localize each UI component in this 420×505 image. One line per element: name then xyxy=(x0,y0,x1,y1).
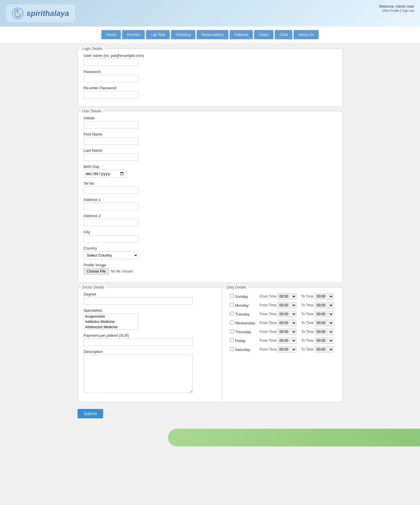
user-legend: User Details xyxy=(81,109,103,113)
file-name-display: No file chosen xyxy=(111,269,133,273)
main-content: Login Details User name (ex: pat@example… xyxy=(75,49,346,423)
tuesday-checkbox[interactable] xyxy=(230,312,234,316)
daily-schedule-table: Sunday From Time00:0001:0002:00 To Time0… xyxy=(228,292,337,354)
tuesday-label: Tuesday xyxy=(235,312,250,316)
username-input[interactable] xyxy=(84,59,138,66)
nav-aboutus[interactable]: About Us xyxy=(294,30,319,39)
doctor-details-section: Doctor Details Degree Specialties Acupun… xyxy=(78,288,222,402)
from-time-label-thursday: From Time xyxy=(260,330,276,334)
saturday-label: Saturday xyxy=(235,347,251,352)
specialties-listbox[interactable]: Acupuncture Addiction Medicine Adolescen… xyxy=(84,313,138,330)
saturday-from-time[interactable]: 00:0001:0002:00 xyxy=(277,346,297,353)
telno-label: Tel No xyxy=(84,181,337,186)
nav-users[interactable]: Users xyxy=(254,30,274,39)
view-profile-link[interactable]: View Profile xyxy=(382,9,399,12)
sunday-to-time[interactable]: 00:0001:0002:00 xyxy=(314,293,334,300)
initials-input[interactable] xyxy=(84,121,138,128)
monday-checkbox[interactable] xyxy=(230,303,234,307)
nav-chat[interactable]: Chat xyxy=(275,30,292,39)
payment-label: Payment per patient (SLR) xyxy=(84,333,216,338)
wednesday-from-time[interactable]: 00:0001:0002:00 xyxy=(277,320,297,326)
description-label: Description xyxy=(84,349,216,354)
login-details-section: Login Details User name (ex: pat@example… xyxy=(78,49,343,107)
telno-group: Tel No xyxy=(84,181,337,194)
from-time-label-wednesday: From Time xyxy=(260,321,276,325)
initials-label: Initials xyxy=(84,116,337,120)
table-row: Sunday From Time00:0001:0002:00 To Time0… xyxy=(228,292,337,301)
to-time-label-sunday: To Time xyxy=(301,294,314,298)
friday-checkbox[interactable] xyxy=(230,338,234,342)
nav-home[interactable]: Home xyxy=(101,30,121,39)
password-input[interactable] xyxy=(84,75,138,82)
table-row: Tuesday From Time00:0001:0002:00 To Time… xyxy=(228,310,337,318)
address1-input[interactable] xyxy=(84,203,138,210)
username-label: User name (ex: pat@example.com) xyxy=(84,53,337,58)
monday-from-time[interactable]: 00:0001:0002:00 xyxy=(277,302,297,308)
password-group: Password xyxy=(84,70,337,82)
address2-label: Address 2 xyxy=(84,214,337,218)
friday-to-time[interactable]: 00:0001:0002:00 xyxy=(314,337,334,344)
description-textarea[interactable] xyxy=(84,355,193,393)
daily-legend: Daily Details xyxy=(225,285,248,289)
saturday-to-time[interactable]: 00:0001:0002:00 xyxy=(314,346,334,353)
profile-image-group: Profile Image Choose File No file chosen xyxy=(84,263,337,275)
user-details-section: User Details Initials First Name Last Na… xyxy=(78,111,343,283)
address2-input[interactable] xyxy=(84,219,138,226)
tuesday-to-time[interactable]: 00:0001:0002:00 xyxy=(314,311,334,317)
thursday-from-time[interactable]: 00:0001:0002:00 xyxy=(277,329,297,335)
sign-out-link[interactable]: Sign out xyxy=(402,9,414,12)
thursday-to-time[interactable]: 00:0001:0002:00 xyxy=(314,329,334,335)
degree-label: Degree xyxy=(84,292,216,296)
table-row: Thursday From Time00:0001:0002:00 To Tim… xyxy=(228,327,337,336)
saturday-checkbox[interactable] xyxy=(230,347,234,351)
lastname-input[interactable] xyxy=(84,154,138,161)
address1-label: Address 1 xyxy=(84,197,337,202)
tuesday-from-time[interactable]: 00:0001:0002:00 xyxy=(277,311,297,317)
logo-text: spirithalaya xyxy=(27,9,69,18)
reenter-password-group: Re-enter Password xyxy=(84,86,337,98)
wednesday-checkbox[interactable] xyxy=(230,321,234,324)
sunday-from-time[interactable]: 00:0001:0002:00 xyxy=(277,293,297,300)
lastname-group: Last Name xyxy=(84,148,337,161)
nav-doctors[interactable]: Doctors xyxy=(122,30,145,39)
to-time-label-monday: To Time xyxy=(301,303,314,307)
table-row: Monday From Time00:0001:0002:00 To Time0… xyxy=(228,301,337,310)
table-row: Wednesday From Time00:0001:0002:00 To Ti… xyxy=(228,318,337,327)
submit-container: Submit xyxy=(78,407,343,423)
sunday-label: Sunday xyxy=(235,294,248,299)
telno-input[interactable] xyxy=(84,187,138,194)
reenter-password-input[interactable] xyxy=(84,91,138,98)
address2-group: Address 2 xyxy=(84,214,337,226)
monday-to-time[interactable]: 00:0001:0002:00 xyxy=(314,302,334,308)
header-user-info: Welcome, Admin User View Profile | Sign … xyxy=(379,4,414,13)
nav-checkup[interactable]: Checkup xyxy=(171,30,195,39)
friday-from-time[interactable]: 00:0001:0002:00 xyxy=(277,337,297,344)
nav-patients[interactable]: Patients xyxy=(230,30,253,39)
to-time-label-thursday: To Time xyxy=(301,330,314,334)
submit-button[interactable]: Submit xyxy=(78,409,103,418)
country-select[interactable]: Select Country Afghanistan Albania Alger… xyxy=(84,251,138,259)
specialty-option[interactable]: Adolescent Medicine xyxy=(84,324,138,330)
nav-reservations[interactable]: Reservations xyxy=(197,30,228,39)
birthday-input[interactable] xyxy=(84,170,126,178)
firstname-label: First Name xyxy=(84,132,337,136)
nav-labtest[interactable]: Lab Test xyxy=(146,30,170,39)
specialty-option[interactable]: Addiction Medicine xyxy=(84,319,138,324)
thursday-label: Thursday xyxy=(235,330,251,334)
wednesday-to-time[interactable]: 00:0001:0002:00 xyxy=(314,320,334,326)
lastname-label: Last Name xyxy=(84,148,337,153)
firstname-input[interactable] xyxy=(84,137,138,145)
degree-input[interactable] xyxy=(84,297,193,305)
logo-container: spirithalaya xyxy=(6,4,75,22)
choose-file-button[interactable]: Choose File xyxy=(84,268,109,275)
header: spirithalaya Welcome, Admin User View Pr… xyxy=(0,0,420,27)
table-row: Friday From Time00:0001:0002:00 To Time0… xyxy=(228,336,337,345)
payment-input[interactable] xyxy=(84,339,193,346)
city-input[interactable] xyxy=(84,235,138,242)
sunday-checkbox[interactable] xyxy=(230,294,234,298)
to-time-label-friday: To Time xyxy=(301,339,314,343)
username-group: User name (ex: pat@example.com) xyxy=(84,53,337,66)
specialty-option[interactable]: Acupuncture xyxy=(84,314,138,319)
thursday-checkbox[interactable] xyxy=(230,329,234,333)
specialties-group: Specialties Acupuncture Addiction Medici… xyxy=(84,308,216,330)
